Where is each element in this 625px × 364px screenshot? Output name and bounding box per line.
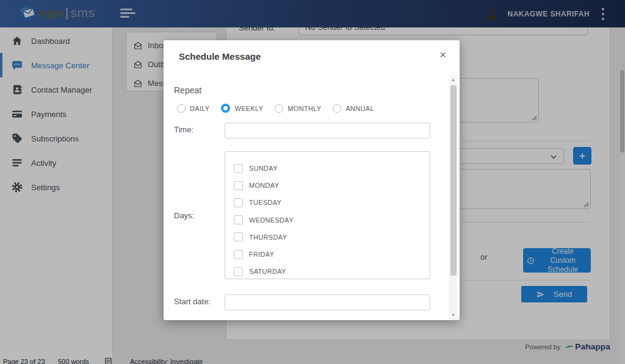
checkbox-unchecked-icon	[234, 215, 243, 224]
start-date-label: Start date:	[174, 297, 211, 306]
radio-unchecked-icon	[275, 104, 283, 113]
schedule-message-modal: Schedule Message × Repeat DAILY WEEKLY M…	[164, 40, 460, 320]
start-date-input[interactable]	[225, 294, 430, 310]
modal-title: Schedule Message	[179, 51, 261, 62]
repeat-option-annual[interactable]: ANNUAL	[333, 104, 374, 113]
day-option-thursday[interactable]: THURSDAY	[234, 229, 430, 246]
scroll-down-icon[interactable]: ▼	[449, 312, 457, 319]
modal-scrollbar-thumb[interactable]	[450, 85, 457, 276]
day-option-saturday[interactable]: SATURDAY	[234, 263, 430, 280]
scroll-up-icon[interactable]: ▲	[449, 76, 457, 84]
day-option-tuesday[interactable]: TUESDAY	[234, 194, 430, 211]
repeat-option-daily[interactable]: DAILY	[177, 104, 209, 113]
repeat-options: DAILY WEEKLY MONTHLY ANNUAL	[177, 104, 374, 113]
checkbox-unchecked-icon	[234, 250, 243, 259]
modal-scrollbar[interactable]: ▲ ▼	[449, 75, 457, 320]
checkbox-unchecked-icon	[234, 232, 243, 241]
repeat-label: Repeat	[174, 85, 201, 95]
checkbox-unchecked-icon	[234, 267, 243, 276]
time-label: Time:	[174, 125, 193, 134]
checkbox-unchecked-icon	[234, 181, 243, 190]
checkbox-unchecked-icon	[234, 198, 243, 207]
radio-unchecked-icon	[333, 104, 341, 113]
repeat-option-weekly[interactable]: WEEKLY	[221, 104, 263, 113]
time-input[interactable]	[225, 123, 430, 138]
repeat-option-monthly[interactable]: MONTHLY	[275, 104, 321, 113]
day-option-sunday[interactable]: SUNDAY	[234, 160, 430, 177]
app-screen: ego|sms NAKAGWE SHARIFAH Dashboard Messa…	[0, 0, 625, 364]
day-option-friday[interactable]: FRIDAY	[234, 246, 430, 263]
radio-checked-icon	[221, 104, 230, 113]
radio-unchecked-icon	[177, 104, 186, 113]
close-icon[interactable]: ×	[439, 49, 446, 60]
checkbox-unchecked-icon	[234, 164, 243, 173]
day-option-wednesday[interactable]: WEDNESDAY	[234, 212, 430, 229]
day-option-monday[interactable]: MONDAY	[234, 177, 430, 194]
days-label: Days:	[174, 211, 194, 220]
days-checkbox-group: SUNDAY MONDAY TUESDAY WEDNESDAY THURSDAY…	[225, 151, 430, 279]
